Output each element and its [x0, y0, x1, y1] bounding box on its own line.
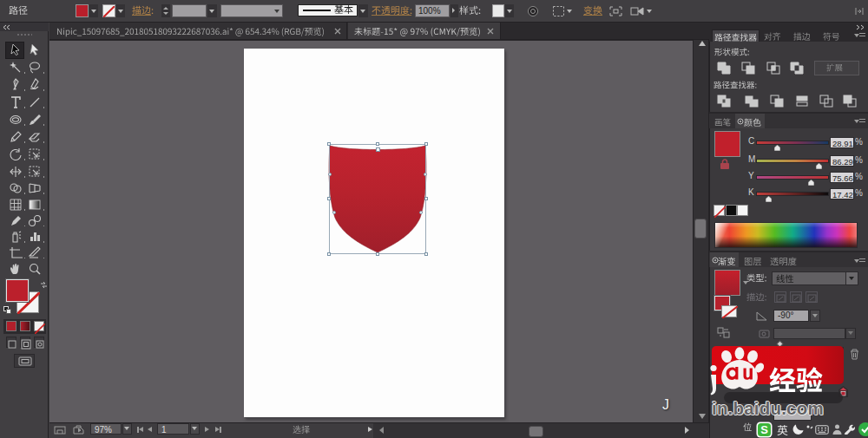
- svg-text:S: S: [760, 423, 768, 436]
